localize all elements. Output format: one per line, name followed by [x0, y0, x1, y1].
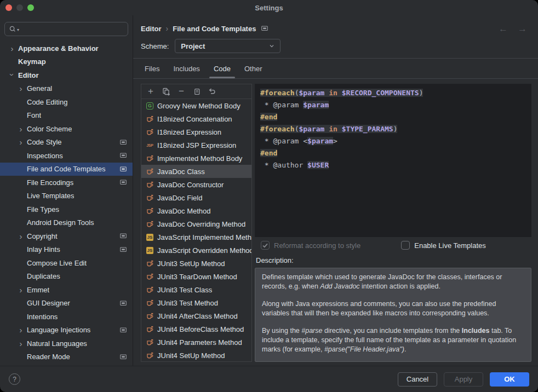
template-item[interactable]: JUnit3 TearDown Method — [141, 270, 251, 283]
sidebar-item-android-design-tools[interactable]: ›Android Design Tools — [0, 216, 133, 230]
window-title: Settings — [255, 4, 283, 12]
search-box[interactable]: ▾ — [4, 22, 128, 36]
tree-chevron-icon[interactable]: › — [17, 84, 25, 93]
sidebar-item-font[interactable]: ›Font — [0, 109, 133, 123]
sidebar-item-file-and-code-templates[interactable]: ›File and Code Templates — [0, 163, 133, 176]
java-class-icon — [146, 325, 154, 333]
template-item[interactable]: JUnit4 Parameters Method — [141, 336, 251, 349]
template-item[interactable]: JUnit3 SetUp Method — [141, 257, 251, 270]
sidebar-item-emmet[interactable]: ›Emmet — [0, 283, 133, 297]
template-item[interactable]: JUnit4 SetUp Method — [141, 349, 251, 361]
project-level-icon — [119, 246, 127, 253]
sidebar-item-color-scheme[interactable]: ›Color Scheme — [0, 122, 133, 136]
reset-templates-button[interactable] — [205, 85, 219, 97]
scheme-select[interactable]: Project — [175, 39, 281, 53]
sidebar-item-label: Language Injections — [27, 326, 90, 334]
sidebar-item-natural-languages[interactable]: ›Natural Languages — [0, 337, 133, 350]
code-line: #end — [260, 111, 526, 123]
template-item[interactable]: I18nized Concatenation — [141, 112, 251, 125]
tab-includes[interactable]: Includes — [170, 59, 202, 78]
chevron-down-icon — [268, 43, 275, 49]
template-item[interactable]: JSJavaScript Overridden Method — [141, 244, 251, 257]
description-label: Description: — [255, 253, 531, 268]
sidebar-item-general[interactable]: ›General — [0, 82, 133, 96]
template-item[interactable]: JUnit4 BeforeClass Method — [141, 322, 251, 336]
template-item[interactable]: JUnit4 AfterClass Method — [141, 309, 251, 322]
sidebar-item-appearance-behavior[interactable]: ›Appearance & Behavior — [0, 42, 133, 55]
template-item[interactable]: JSPI18nized JSP Expression — [141, 139, 251, 152]
sidebar-item-label: Copyright — [27, 232, 58, 240]
sidebar-item-keymap[interactable]: ›Keymap — [0, 55, 133, 69]
tree-chevron-icon[interactable]: › — [17, 326, 25, 334]
copy-template-button[interactable] — [190, 85, 203, 97]
template-item[interactable]: JavaDoc Class — [141, 165, 251, 178]
minimize-button[interactable] — [16, 4, 23, 11]
cancel-button[interactable]: Cancel — [398, 372, 437, 387]
sidebar-item-inspections[interactable]: ›Inspections — [0, 149, 133, 163]
template-item[interactable]: JavaDoc Field — [141, 191, 251, 204]
sidebar-item-code-editing[interactable]: ›Code Editing — [0, 95, 133, 109]
sidebar-item-label: Code Editing — [27, 98, 67, 106]
add-template-button[interactable]: + — [144, 85, 157, 97]
apply-button[interactable]: Apply — [444, 372, 483, 387]
breadcrumb-root[interactable]: Editor — [141, 25, 162, 33]
help-button[interactable]: ? — [9, 373, 20, 385]
template-item-label: JavaDoc Class — [157, 168, 205, 176]
tab-files[interactable]: Files — [142, 59, 162, 78]
sidebar-item-copyright[interactable]: ›Copyright — [0, 229, 133, 243]
template-item[interactable]: JavaDoc Overriding Method — [141, 217, 251, 230]
sidebar-item-label: Editor — [18, 71, 39, 79]
project-level-icon — [119, 299, 127, 307]
template-editor[interactable]: #foreach($param in $RECORD_COMPONENTS) *… — [255, 84, 531, 237]
tree-chevron-icon[interactable]: › — [8, 44, 16, 53]
template-item[interactable]: JSJavaScript Implemented Method — [141, 230, 251, 244]
template-item[interactable]: JavaDoc Constructor — [141, 178, 251, 191]
template-item-label: JavaDoc Constructor — [157, 181, 224, 189]
template-item[interactable]: JUnit3 Test Method — [141, 296, 251, 309]
tree-chevron-icon[interactable]: › — [8, 71, 16, 78]
template-item[interactable]: Implemented Method Body — [141, 152, 251, 165]
create-child-template-button[interactable] — [159, 85, 173, 97]
search-history-chevron-icon[interactable]: ▾ — [17, 28, 19, 32]
forward-button[interactable]: → — [518, 24, 527, 33]
back-button[interactable]: ← — [499, 24, 508, 33]
tree-chevron-icon[interactable]: › — [17, 125, 25, 133]
template-item[interactable]: JUnit3 Test Class — [141, 283, 251, 296]
sidebar-item-live-templates[interactable]: ›Live Templates — [0, 189, 133, 203]
project-level-icon — [119, 178, 127, 186]
template-item[interactable]: GGroovy New Method Body — [141, 99, 251, 112]
tree-chevron-icon[interactable]: › — [17, 339, 25, 348]
tree-chevron-icon[interactable]: › — [17, 286, 25, 294]
sidebar-item-code-style[interactable]: ›Code Style — [0, 136, 133, 149]
sidebar-item-file-types[interactable]: ›File Types — [0, 203, 133, 216]
template-item-label: JUnit4 Parameters Method — [157, 338, 242, 347]
sidebar-item-file-encodings[interactable]: ›File Encodings — [0, 176, 133, 189]
sidebar-item-gui-designer[interactable]: ›GUI Designer — [0, 297, 133, 310]
sidebar-item-editor[interactable]: ›Editor — [0, 68, 133, 82]
reformat-checkbox[interactable] — [261, 241, 270, 250]
template-item[interactable]: I18nized Expression — [141, 125, 251, 139]
tab-code[interactable]: Code — [211, 59, 233, 78]
reset-icon — [208, 87, 216, 96]
scheme-value: Project — [181, 42, 268, 50]
close-button[interactable] — [5, 4, 12, 11]
tree-chevron-icon[interactable]: › — [17, 232, 25, 240]
search-input[interactable] — [20, 25, 125, 34]
ok-button[interactable]: OK — [490, 372, 529, 387]
tab-other[interactable]: Other — [242, 59, 265, 78]
java-class-icon — [146, 220, 154, 228]
sidebar-item-compose-live-edit[interactable]: ›Compose Live Edit — [0, 256, 133, 270]
sidebar-item-reader-mode[interactable]: ›Reader Mode — [0, 350, 133, 364]
sidebar-item-language-injections[interactable]: ›Language Injections — [0, 324, 133, 337]
sidebar-item-label: Code Style — [27, 138, 62, 146]
live-templates-checkbox[interactable] — [401, 241, 410, 250]
tree-chevron-icon[interactable]: › — [17, 138, 25, 146]
template-item[interactable]: JavaDoc Method — [141, 204, 251, 217]
zoom-button[interactable] — [27, 4, 34, 11]
breadcrumb-separator-icon: › — [166, 24, 169, 33]
template-list-panel: +− GGroovy New Method BodyI18nized Conca… — [141, 84, 252, 362]
sidebar-item-inlay-hints[interactable]: ›Inlay Hints — [0, 243, 133, 257]
remove-template-button[interactable]: − — [175, 85, 188, 97]
sidebar-item-duplicates[interactable]: ›Duplicates — [0, 270, 133, 284]
sidebar-item-intentions[interactable]: ›Intentions — [0, 310, 133, 324]
